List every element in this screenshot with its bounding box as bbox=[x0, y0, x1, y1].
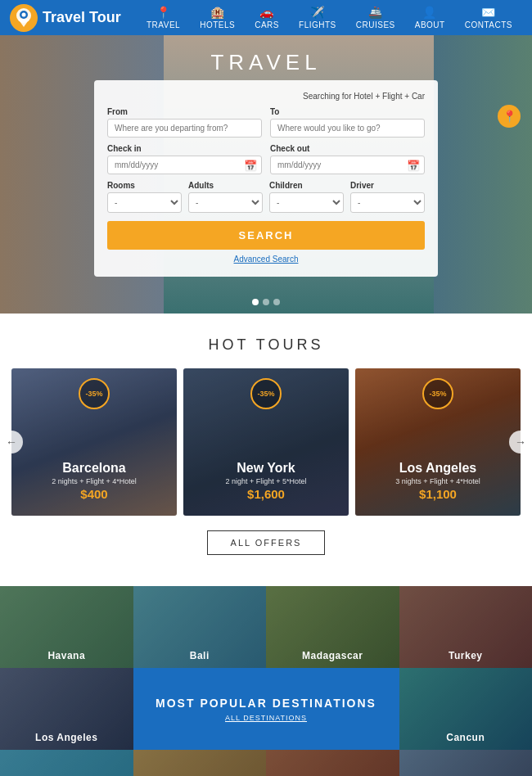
checkin-calendar-icon: 📅 bbox=[244, 159, 257, 171]
nav-travel[interactable]: 📍 TRAVEL bbox=[147, 6, 180, 29]
from-to-row: From To bbox=[107, 107, 425, 138]
checkin-field: Check in 📅 bbox=[107, 144, 262, 174]
about-icon: 👤 bbox=[422, 6, 437, 19]
dest-madagascar[interactable]: Madagascar bbox=[266, 586, 399, 668]
popular-destinations-title: MOST POPULAR DESTINATIONS bbox=[156, 697, 376, 710]
checkout-calendar-icon: 📅 bbox=[407, 159, 420, 171]
hotels-icon: 🏨 bbox=[210, 6, 225, 19]
tours-next-button[interactable]: → bbox=[509, 431, 532, 453]
nav-hotels[interactable]: 🏨 HOTELS bbox=[200, 6, 235, 29]
to-field: To bbox=[270, 107, 425, 138]
rooms-select[interactable]: -123 bbox=[107, 192, 182, 213]
dot-3[interactable] bbox=[273, 299, 280, 305]
checkout-label: Check out bbox=[270, 144, 425, 153]
tour-badge-newyork: -35% bbox=[250, 378, 282, 409]
dest-italy[interactable]: Italy bbox=[399, 750, 533, 776]
from-field: From bbox=[107, 107, 262, 138]
tour-name-losangeles: Los Angeles bbox=[355, 461, 521, 476]
dest-bali[interactable]: Bali bbox=[133, 586, 267, 668]
nav-cruises[interactable]: 🚢 CRUISES bbox=[356, 6, 395, 29]
hot-tours-section: HOT TOURS ← -35% Barcelona 2 nights + Fl… bbox=[0, 314, 532, 571]
navbar: Travel Tour 📍 TRAVEL 🏨 HOTELS 🚗 CARS ✈️ … bbox=[0, 0, 532, 35]
dot-2[interactable] bbox=[263, 299, 269, 305]
tour-info-barcelona: Barcelona 2 nights + Flight + 4*Hotel $4… bbox=[11, 461, 177, 501]
dest-egypt[interactable]: Egypt bbox=[133, 750, 267, 776]
nav-links: 📍 TRAVEL 🏨 HOTELS 🚗 CARS ✈️ FLIGHTS 🚢 CR… bbox=[137, 6, 522, 29]
adults-field: Adults -123 bbox=[188, 181, 263, 213]
all-destinations-link[interactable]: ALL DESTINATIONS bbox=[225, 714, 307, 722]
driver-field: Driver -YesNo bbox=[350, 181, 425, 213]
seychelles-overlay bbox=[0, 750, 133, 776]
destinations-center-panel: MOST POPULAR DESTINATIONS ALL DESTINATIO… bbox=[133, 668, 399, 750]
adults-label: Adults bbox=[188, 181, 263, 190]
location-pin-icon: 📍 bbox=[498, 105, 521, 128]
bali-label: Bali bbox=[133, 650, 267, 661]
tour-info-newyork: New York 2 night + Flight + 5*Hotel $1,6… bbox=[183, 461, 349, 501]
driver-label: Driver bbox=[350, 181, 425, 190]
selects-row: Rooms -123 Adults -123 Children -012 Dri… bbox=[107, 181, 425, 213]
madagascar-label: Madagascar bbox=[266, 650, 399, 661]
italy-overlay bbox=[399, 750, 533, 776]
tour-price-losangeles: $1,100 bbox=[355, 487, 521, 501]
adults-select[interactable]: -123 bbox=[188, 192, 263, 213]
dest-seychelles[interactable]: Seychelles bbox=[0, 750, 133, 776]
hero-title: TRAVEL bbox=[0, 50, 532, 75]
from-label: From bbox=[107, 107, 262, 116]
cancun-label: Cancun bbox=[399, 732, 533, 743]
dest-cancun[interactable]: Cancun bbox=[399, 668, 533, 750]
from-input[interactable] bbox=[107, 119, 262, 138]
dot-1[interactable] bbox=[252, 299, 259, 305]
to-input[interactable] bbox=[270, 119, 425, 138]
search-box: Searching for Hotel + Flight + Car From … bbox=[94, 80, 438, 277]
tour-desc-losangeles: 3 nights + Flight + 4*Hotel bbox=[355, 477, 521, 485]
dest-losangeles[interactable]: Los Angeles bbox=[0, 668, 133, 750]
svg-point-4 bbox=[22, 12, 26, 16]
hero-section: TRAVEL 📍 Searching for Hotel + Flight + … bbox=[0, 35, 532, 314]
search-button[interactable]: SEARCH bbox=[107, 221, 425, 250]
all-offers-button[interactable]: ALL OFFERS bbox=[207, 530, 326, 555]
contacts-icon: ✉️ bbox=[481, 6, 496, 19]
dest-turkey[interactable]: Turkey bbox=[399, 586, 533, 668]
rooms-label: Rooms bbox=[107, 181, 182, 190]
hot-tours-title: HOT TOURS bbox=[11, 336, 521, 354]
destinations-grid: Havana Bali Madagascar Turkey Los Angele… bbox=[0, 586, 532, 776]
hero-bg-right bbox=[434, 35, 532, 314]
nav-flights[interactable]: ✈️ FLIGHTS bbox=[299, 6, 336, 29]
advanced-search-link[interactable]: Advanced Search bbox=[107, 255, 425, 264]
morocco-overlay bbox=[266, 750, 399, 776]
checkin-input[interactable] bbox=[107, 156, 262, 174]
nav-cars[interactable]: 🚗 CARS bbox=[255, 6, 279, 29]
nav-about[interactable]: 👤 ABOUT bbox=[415, 6, 445, 29]
checkout-date-wrapper: 📅 bbox=[270, 156, 425, 174]
tour-desc-barcelona: 2 nights + Flight + 4*Hotel bbox=[11, 477, 177, 485]
turkey-label: Turkey bbox=[399, 650, 533, 661]
tours-prev-button[interactable]: ← bbox=[0, 431, 23, 453]
tour-price-barcelona: $400 bbox=[11, 487, 177, 501]
driver-select[interactable]: -YesNo bbox=[350, 192, 425, 213]
search-mode-label: Searching for Hotel + Flight + Car bbox=[107, 92, 425, 101]
children-label: Children bbox=[269, 181, 344, 190]
egypt-overlay bbox=[133, 750, 267, 776]
checkin-date-wrapper: 📅 bbox=[107, 156, 262, 174]
tour-name-newyork: New York bbox=[183, 461, 349, 476]
logo[interactable]: Travel Tour bbox=[10, 4, 137, 32]
checkin-label: Check in bbox=[107, 144, 262, 153]
dest-morocco[interactable]: Morocco bbox=[266, 750, 399, 776]
tour-card-losangeles[interactable]: -35% Los Angeles 3 nights + Flight + 4*H… bbox=[355, 368, 521, 516]
tour-card-newyork[interactable]: -35% New York 2 night + Flight + 5*Hotel… bbox=[183, 368, 349, 516]
tour-info-losangeles: Los Angeles 3 nights + Flight + 4*Hotel … bbox=[355, 461, 521, 501]
travel-icon: 📍 bbox=[156, 6, 171, 19]
tours-row: ← -35% Barcelona 2 nights + Flight + 4*H… bbox=[11, 368, 521, 516]
tour-desc-newyork: 2 night + Flight + 5*Hotel bbox=[183, 477, 349, 485]
nav-contacts[interactable]: ✉️ CONTACTS bbox=[465, 6, 512, 29]
cruises-icon: 🚢 bbox=[368, 6, 383, 19]
logo-icon bbox=[10, 4, 38, 32]
tour-badge-barcelona: -35% bbox=[79, 378, 110, 409]
dest-havana[interactable]: Havana bbox=[0, 586, 133, 668]
rooms-field: Rooms -123 bbox=[107, 181, 182, 213]
tour-card-barcelona[interactable]: -35% Barcelona 2 nights + Flight + 4*Hot… bbox=[11, 368, 177, 516]
logo-text: Travel Tour bbox=[43, 9, 121, 26]
havana-label: Havana bbox=[0, 650, 133, 661]
children-select[interactable]: -012 bbox=[269, 192, 344, 213]
checkout-input[interactable] bbox=[270, 156, 425, 174]
